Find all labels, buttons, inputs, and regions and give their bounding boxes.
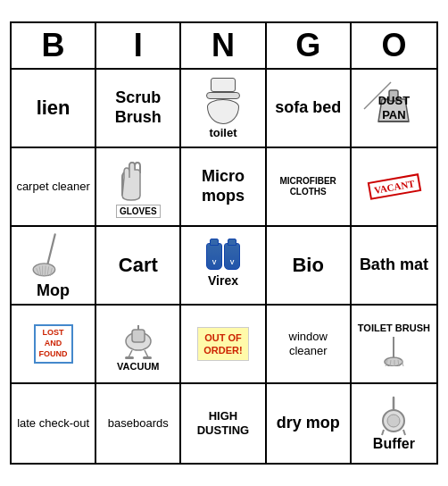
header-n: N [181,23,266,68]
cell-r4c4[interactable]: window cleaner [267,306,352,384]
cell-text: lien [37,97,71,119]
toilet-brush-icon: TOILET BRUSH [355,309,433,379]
virex-label: Virex [208,273,238,288]
cell-r2c1[interactable]: carpet cleaner [12,148,96,227]
gloves-label: GLOVES [116,205,161,218]
cell-r5c3[interactable]: HIGH DUSTING [181,384,266,463]
cell-r2c3[interactable]: Micro mops [181,148,266,227]
cell-r5c1[interactable]: late check-out [12,384,96,463]
out-of-order-sign: OUT OFORDER! [197,327,248,362]
cell-r2c4[interactable]: MICROFIBER CLOTHS [267,148,352,227]
cell-r1c5[interactable]: DUSTPAN [352,70,436,148]
cell-text: dry mop [277,414,340,433]
buffer-icon: Buffer [355,388,433,459]
cell-r2c5[interactable]: VACANT [352,148,436,227]
cell-r1c3[interactable]: toilet [181,70,266,148]
gloves-svg [113,155,162,205]
cell-text: Micro mops [185,167,261,205]
cell-r4c2[interactable]: VACUUM [96,306,181,384]
vacuum-svg [116,316,161,361]
mop-icon: Mop [15,230,91,300]
svg-line-4 [47,234,55,265]
cell-text: late check-out [17,416,89,431]
virex-bottles: V V [205,243,241,270]
cell-text: Cart [119,255,158,276]
cell-text: MICROFIBER CLOTHS [270,176,346,197]
svg-rect-13 [132,330,145,342]
cell-r3c2[interactable]: Cart [96,227,181,306]
bingo-card: B I N G O lien Scrub Brush toilet sofa b… [10,21,438,465]
svg-point-20 [385,357,402,366]
toilet-brush-label: TOILET BRUSH [358,322,430,334]
vacuum-icon: VACUUM [100,309,176,379]
cell-r4c1[interactable]: LOSTANDFOUND [12,306,96,384]
svg-line-15 [129,350,132,357]
cell-text: window cleaner [270,330,346,357]
cell-text: Bio [292,255,323,276]
svg-point-28 [387,415,400,427]
cell-r3c4[interactable]: Bio [267,227,352,306]
svg-rect-18 [143,356,152,359]
gloves-icon: GLOVES [100,152,176,222]
cell-r5c5[interactable]: Buffer [352,384,436,463]
vacant-stamp: VACANT [369,178,420,196]
mop-label: Mop [37,281,70,300]
header-g: G [267,23,352,68]
cell-r1c4[interactable]: sofa bed [267,70,352,148]
cell-r3c1[interactable]: Mop [12,227,96,306]
mop-svg [29,230,78,281]
svg-line-16 [145,350,148,357]
header-b: B [12,23,96,68]
cell-r1c1[interactable]: lien [12,70,96,148]
cell-r4c5[interactable]: TOILET BRUSH [352,306,436,384]
cell-r1c2[interactable]: Scrub Brush [96,70,181,148]
header-o: O [352,23,436,68]
vacuum-label: VACUUM [117,361,159,372]
cell-text: Bath mat [360,256,428,275]
cell-r4c3[interactable]: OUT OFORDER! [181,306,266,384]
toilet-brush-svg [380,335,407,366]
cell-text: Scrub Brush [100,88,176,127]
svg-line-3 [364,82,391,109]
buffer-svg [371,396,416,436]
cell-text: HIGH DUSTING [185,409,261,437]
toilet-icon: toilet [185,73,261,143]
vacant-label: VACANT [367,173,420,200]
svg-line-29 [382,430,384,435]
slash-icon [360,78,395,113]
svg-rect-17 [125,356,134,359]
cell-text: carpet cleaner [16,180,89,194]
lost-found-sign: LOSTANDFOUND [34,324,73,363]
cell-r2c2[interactable]: GLOVES [96,148,181,227]
buffer-label: Buffer [373,436,415,452]
bingo-grid: lien Scrub Brush toilet sofa bed [12,70,436,463]
svg-line-30 [403,430,405,435]
cell-r3c3[interactable]: V V Virex [181,227,266,306]
cell-text: sofa bed [275,98,341,118]
dustpan-cell: DUSTPAN [355,73,433,143]
virex-icon: V V Virex [185,230,261,300]
cell-r5c4[interactable]: dry mop [267,384,352,463]
cell-text: baseboards [108,416,169,431]
cell-label: toilet [209,126,236,139]
cell-r5c2[interactable]: baseboards [96,384,181,463]
bingo-header: B I N G O [12,23,436,70]
header-i: I [96,23,181,68]
cell-r3c5[interactable]: Bath mat [352,227,436,306]
